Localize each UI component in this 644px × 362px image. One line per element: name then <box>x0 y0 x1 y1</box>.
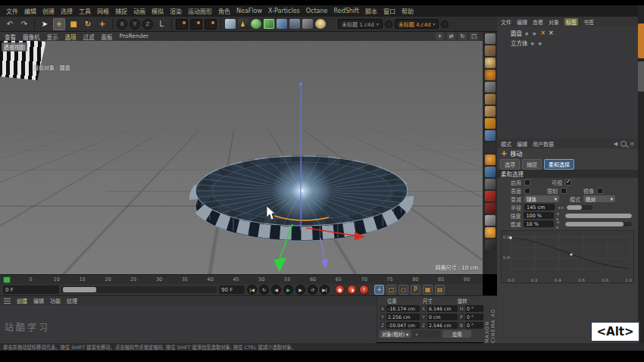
falloff-dropdown[interactable]: 球体▾ <box>524 195 559 202</box>
tool-icon-7[interactable] <box>485 106 496 117</box>
take-file-dropdown[interactable]: 未标题 4.c4d▾ <box>395 19 439 29</box>
menu-item[interactable]: 网格 <box>97 7 109 15</box>
menu-item[interactable]: 运动图形 <box>188 7 212 15</box>
tool-icon-1[interactable] <box>485 33 496 44</box>
scene-file-dropdown[interactable]: 未标题 1.c4d▾ <box>338 19 383 29</box>
scale-tool-icon[interactable]: ■ <box>67 18 80 30</box>
key-rotation-button[interactable]: ○ <box>399 285 408 295</box>
attribute-tab[interactable]: 选项 <box>500 159 520 170</box>
lock-x-axis-icon[interactable]: X <box>117 19 127 30</box>
panel-options-icon[interactable]: ≡ <box>630 141 634 147</box>
material-menu-item[interactable]: 创建 <box>17 297 27 304</box>
key-filter-button[interactable]: ▤ <box>435 285 445 295</box>
toggle-view-icon[interactable]: □ <box>470 33 478 40</box>
decay-slider[interactable] <box>565 222 632 226</box>
menu-item[interactable]: Octane <box>306 8 328 14</box>
key-scale-button[interactable]: □ <box>386 285 396 295</box>
tool-icon-17[interactable] <box>485 227 496 238</box>
camera-icon[interactable] <box>302 19 313 29</box>
tool-icon-18[interactable] <box>485 239 496 250</box>
material-manager[interactable]: 创建编辑功能纹理 <box>0 295 377 343</box>
menu-item[interactable]: 渲染 <box>170 7 182 15</box>
material-menu-item[interactable]: 编辑 <box>33 297 44 304</box>
layout-tab[interactable] <box>638 61 644 92</box>
object-manager-menu-item[interactable]: 标签 <box>564 18 578 26</box>
live-selection-icon[interactable]: ➤ <box>39 18 51 30</box>
mirror-checkbox[interactable] <box>597 188 603 194</box>
menu-item[interactable]: RedShift <box>334 8 359 14</box>
menu-item[interactable]: 文件 <box>6 7 18 15</box>
rotate-view-icon[interactable]: ↻ <box>458 33 467 40</box>
keyframe-selection-button[interactable]: ? <box>359 285 369 295</box>
primitive-cube-icon[interactable] <box>225 19 236 29</box>
tool-icon-5[interactable] <box>485 82 496 92</box>
visibility-dots-icon[interactable]: ● ● <box>525 31 537 36</box>
tool-icon-3[interactable] <box>485 58 496 68</box>
stepper-icon[interactable]: ◂ ▸ <box>558 204 564 210</box>
tool-icon-16[interactable] <box>485 215 496 226</box>
render-settings-icon[interactable] <box>205 19 217 30</box>
surface-checkbox[interactable] <box>524 188 530 194</box>
key-pla-button[interactable]: ▦ <box>423 285 433 295</box>
position-field[interactable]: 2.256 cm <box>386 314 420 320</box>
goto-end-button[interactable]: ▶| <box>320 285 330 295</box>
material-menu-icon[interactable] <box>4 298 11 304</box>
soft-selection-section-header[interactable]: 柔和选择 <box>497 170 638 178</box>
menu-item[interactable]: 工具 <box>79 7 91 15</box>
selection-tag-icon[interactable]: × <box>549 30 554 36</box>
floor-environment-icon[interactable] <box>289 19 300 29</box>
material-menu-item[interactable]: 功能 <box>50 297 61 304</box>
light-icon[interactable] <box>315 19 326 29</box>
menu-item[interactable]: 角色 <box>218 7 230 15</box>
rotation-field[interactable]: 0 ° <box>465 314 485 320</box>
tool-icon-8[interactable] <box>485 118 496 129</box>
decay-field[interactable]: 10 % <box>524 220 553 227</box>
object-manager-menu-item[interactable]: 查看 <box>533 18 543 26</box>
scene-options-icon[interactable] <box>385 20 392 28</box>
mode-dropdown[interactable]: 绝对▾ <box>583 195 615 202</box>
radius-field[interactable]: 145 cm <box>524 204 555 211</box>
stepper-icon[interactable]: ◂ ▸ <box>557 219 563 229</box>
zoom-view-icon[interactable]: ⇄ <box>447 33 455 40</box>
strength-slider[interactable] <box>565 214 632 218</box>
menu-item[interactable]: 窗口 <box>383 7 395 15</box>
key-position-button[interactable]: + <box>374 285 384 295</box>
spline-pen-icon[interactable] <box>238 19 249 29</box>
strength-field[interactable]: 100 % <box>524 212 553 219</box>
menu-item[interactable]: X-Particles <box>268 8 300 14</box>
lock-z-axis-icon[interactable]: Z <box>142 19 153 30</box>
radius-slider[interactable] <box>567 205 592 210</box>
axis-gizmo[interactable] <box>0 41 483 274</box>
menu-item[interactable]: 创建 <box>42 7 55 15</box>
search-icon[interactable] <box>621 141 627 147</box>
object-manager-menu-item[interactable]: 书签 <box>583 18 594 26</box>
x-axis-handle[interactable] <box>306 228 355 236</box>
tool-icon-9[interactable] <box>485 130 496 141</box>
subdivision-surface-icon[interactable] <box>251 19 261 29</box>
last-tool-icon[interactable]: + <box>96 18 108 30</box>
key-parameter-button[interactable]: P <box>411 285 420 295</box>
object-manager-menu-item[interactable]: 对象 <box>549 18 559 26</box>
size-field[interactable]: 2.546 cm <box>427 322 458 329</box>
rotation-field[interactable]: 0 ° <box>465 305 485 312</box>
menu-item[interactable]: 动画 <box>133 7 145 15</box>
pan-view-icon[interactable]: + <box>436 33 444 40</box>
take-options-icon[interactable] <box>441 20 449 28</box>
visibility-dots-icon[interactable]: ● ● <box>531 41 543 45</box>
goto-start-button[interactable]: |◀ <box>247 285 257 295</box>
material-menu-item[interactable]: 纹理 <box>67 297 77 304</box>
menu-item[interactable]: 编辑 <box>24 7 36 15</box>
viewport-menu-item[interactable]: 面板 <box>102 33 113 41</box>
falloff-curve-editor[interactable]: 0.8 0.4 0.00.20.40.60.81.0 <box>501 230 634 283</box>
phong-tag-icon[interactable]: × <box>540 30 546 36</box>
autokey-button[interactable]: ◑ <box>347 285 357 295</box>
render-view-icon[interactable] <box>176 19 188 30</box>
coordinate-system-icon[interactable]: L <box>155 18 167 30</box>
attribute-menu-item[interactable]: 模式 <box>501 140 511 148</box>
viewport-menu-item[interactable]: 过滤 <box>83 33 95 41</box>
play-button[interactable]: ▶ <box>283 285 293 295</box>
tool-icon-2[interactable] <box>485 45 496 56</box>
tool-icon-13[interactable] <box>485 179 496 189</box>
undo-icon[interactable]: ↶ <box>4 18 16 30</box>
position-field[interactable]: -16.174 cm <box>386 305 420 312</box>
